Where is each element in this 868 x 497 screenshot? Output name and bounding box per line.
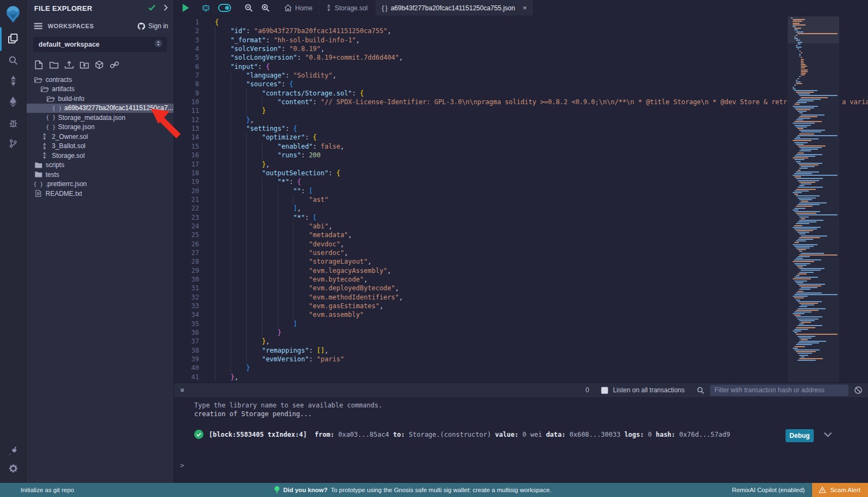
- tab-Storage.sol[interactable]: Storage.sol: [320, 0, 375, 16]
- tab-a69b43f277ba20fcac141151250ca755.json[interactable]: { }a69b43f277ba20fcac141151250ca755.json…: [375, 0, 534, 16]
- transaction-filter-input[interactable]: [710, 385, 848, 396]
- line-number: 1: [174, 18, 199, 27]
- code-editor[interactable]: 1{2"id": "a69b43f277ba20fcac141151250ca7…: [174, 16, 868, 383]
- line-number: 33: [174, 302, 199, 310]
- code-line: 1{: [174, 18, 868, 27]
- code-line: 20"": [: [174, 187, 868, 195]
- tree-item[interactable]: README.txt: [27, 189, 174, 199]
- folder-open-icon: [47, 95, 55, 102]
- tree-item[interactable]: { }Storage.json: [27, 123, 174, 132]
- sign-in-label: Sign in: [148, 22, 168, 30]
- tree-item-label: contracts: [46, 76, 72, 84]
- tree-item[interactable]: { }Storage_metadata.json: [27, 113, 174, 123]
- chevron-right-icon[interactable]: [163, 3, 168, 13]
- scam-alert-button[interactable]: Scam Alert: [812, 483, 868, 497]
- close-tab-icon[interactable]: ×: [522, 4, 527, 12]
- tree-item-label: Storage_metadata.json: [58, 114, 125, 122]
- code-line: 15"enabled": false,: [174, 142, 868, 151]
- debug-button[interactable]: Debug: [786, 429, 814, 442]
- line-number: 20: [174, 187, 199, 195]
- listen-checkbox[interactable]: [601, 387, 608, 394]
- remix-logo-icon[interactable]: [2, 3, 24, 25]
- tree-item[interactable]: { }.prettierrc.json: [27, 180, 174, 189]
- zoom-in-icon[interactable]: [261, 3, 270, 12]
- tree-item-label: a69b43f277ba20fcac141151250ca7...: [65, 104, 174, 112]
- tree-item-label: Storage.json: [58, 123, 94, 131]
- tree-item[interactable]: artifacts: [27, 85, 174, 94]
- line-number: 31: [174, 284, 199, 292]
- new-file-icon[interactable]: [34, 60, 43, 69]
- line-number: 39: [174, 355, 199, 364]
- code-line: 30"evm.bytecode",: [174, 275, 868, 284]
- debugger-icon[interactable]: [0, 113, 26, 133]
- copilot-toggle-icon[interactable]: [218, 4, 231, 12]
- line-number: 36: [174, 328, 199, 337]
- minimap-viewport: [788, 16, 839, 43]
- deploy-run-icon[interactable]: [0, 92, 26, 112]
- code-line: 12},: [174, 116, 868, 124]
- code-line: 24"abi",: [174, 222, 868, 231]
- code-line: 29"evm.legacyAssembly",: [174, 266, 868, 275]
- cube-icon[interactable]: [94, 60, 104, 69]
- workspaces-menu-icon[interactable]: [34, 23, 42, 29]
- line-number: 15: [174, 142, 199, 151]
- clear-console-icon[interactable]: [854, 386, 863, 394]
- tree-item[interactable]: build-info: [27, 94, 174, 104]
- code-line: 35]: [174, 320, 868, 328]
- line-number: 14: [174, 133, 199, 142]
- line-number: 28: [174, 257, 199, 266]
- tree-item[interactable]: { }a69b43f277ba20fcac141151250ca7...: [27, 104, 174, 113]
- transaction-summary: [block:5583405 txIndex:4] from: 0xa03...…: [209, 431, 730, 438]
- code-line: 7"language": "Solidity",: [174, 71, 868, 80]
- tree-item[interactable]: scripts: [27, 161, 174, 170]
- tree-item-label: tests: [46, 171, 59, 179]
- git-init-button[interactable]: Initialize as git repo: [21, 487, 74, 493]
- tree-item-label: .prettierrc.json: [46, 180, 87, 188]
- git-icon[interactable]: [0, 133, 26, 154]
- tree-item-label: Storage.sol: [52, 152, 85, 160]
- workspace-dropdown[interactable]: default_workspace: [33, 37, 167, 52]
- tree-item[interactable]: Storage.sol: [27, 151, 174, 161]
- run-script-icon[interactable]: [182, 4, 189, 12]
- tab-Home[interactable]: Home: [278, 0, 320, 16]
- line-number: 27: [174, 248, 199, 257]
- activity-bar: [0, 0, 26, 483]
- code-line: 37},: [174, 337, 868, 346]
- code-line: 17},: [174, 160, 868, 169]
- tree-item-label: scripts: [46, 161, 65, 169]
- code-line: 34"evm.assembly": [174, 310, 868, 319]
- terminal[interactable]: Type the library name to see available c…: [174, 397, 868, 483]
- line-number: 38: [174, 346, 199, 355]
- ai-assistant-icon[interactable]: [201, 3, 210, 12]
- new-folder-icon[interactable]: [49, 60, 59, 69]
- upload-folder-icon[interactable]: [79, 60, 89, 69]
- json-icon: { }: [34, 181, 42, 187]
- tree-item[interactable]: 3_Ballot.sol: [27, 142, 174, 151]
- zoom-out-icon[interactable]: [244, 3, 253, 12]
- line-number: 19: [174, 177, 199, 186]
- search-icon[interactable]: [0, 50, 26, 71]
- tree-item[interactable]: tests: [27, 170, 174, 180]
- tip-bold-text: Did you know?: [283, 487, 328, 493]
- file-explorer-icon[interactable]: [0, 28, 26, 49]
- code-line: 36}: [174, 328, 868, 337]
- terminal-prompt[interactable]: >: [180, 461, 184, 469]
- minimap[interactable]: [788, 16, 839, 383]
- tree-item[interactable]: 2_Owner.sol: [27, 132, 174, 142]
- expand-transaction-icon[interactable]: [824, 431, 832, 439]
- sign-in-button[interactable]: Sign in: [137, 22, 168, 30]
- transaction-log-row[interactable]: [block:5583405 txIndex:4] from: 0xa03...…: [194, 430, 730, 439]
- solidity-icon: [326, 4, 331, 11]
- line-number: 10: [174, 98, 199, 106]
- code-line: 8"sources": {: [174, 80, 868, 88]
- copilot-status[interactable]: RemixAI Copilot (enabled): [732, 487, 805, 493]
- settings-icon[interactable]: [0, 458, 26, 479]
- terminal-expand-icon[interactable]: »: [178, 388, 187, 392]
- line-number: 26: [174, 240, 199, 248]
- tree-item[interactable]: contracts: [27, 75, 174, 85]
- upload-file-icon[interactable]: [64, 60, 74, 69]
- solidity-compiler-icon[interactable]: [0, 71, 26, 91]
- code-line: 5"solcLongVersion": "0.8.19+commit.7dd6d…: [174, 53, 868, 62]
- link-icon[interactable]: [110, 60, 119, 69]
- solidity-icon: [41, 152, 49, 159]
